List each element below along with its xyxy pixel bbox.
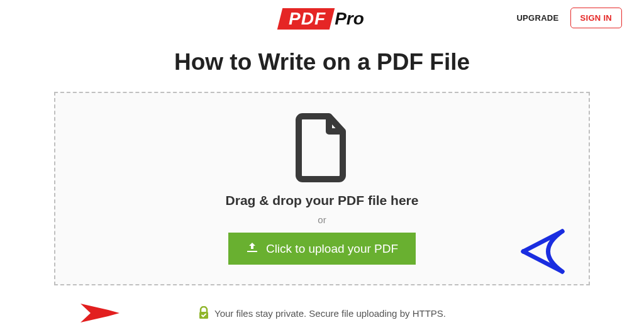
- privacy-text: Your files stay private. Secure file upl…: [214, 308, 446, 319]
- header: PDF Pro UPGRADE SIGN IN: [0, 0, 644, 38]
- svg-marker-1: [80, 304, 119, 322]
- upload-icon: [246, 241, 258, 256]
- signin-button[interactable]: SIGN IN: [570, 8, 623, 28]
- logo[interactable]: PDF Pro: [280, 8, 364, 30]
- annotation-arrow-icon: [499, 220, 569, 285]
- drag-drop-label: Drag & drop your PDF file here: [226, 193, 419, 208]
- upload-button[interactable]: Click to upload your PDF: [228, 233, 416, 265]
- lock-icon: [198, 306, 209, 320]
- file-icon: [294, 113, 350, 185]
- logo-pro-text: Pro: [335, 9, 364, 29]
- red-flag-icon: [80, 304, 119, 325]
- upgrade-link[interactable]: UPGRADE: [516, 13, 558, 23]
- logo-pdf-badge: PDF: [277, 8, 335, 30]
- page-title: How to Write on a PDF File: [0, 49, 644, 75]
- header-actions: UPGRADE SIGN IN: [516, 8, 622, 28]
- upload-button-label: Click to upload your PDF: [266, 242, 398, 256]
- or-label: or: [318, 214, 326, 225]
